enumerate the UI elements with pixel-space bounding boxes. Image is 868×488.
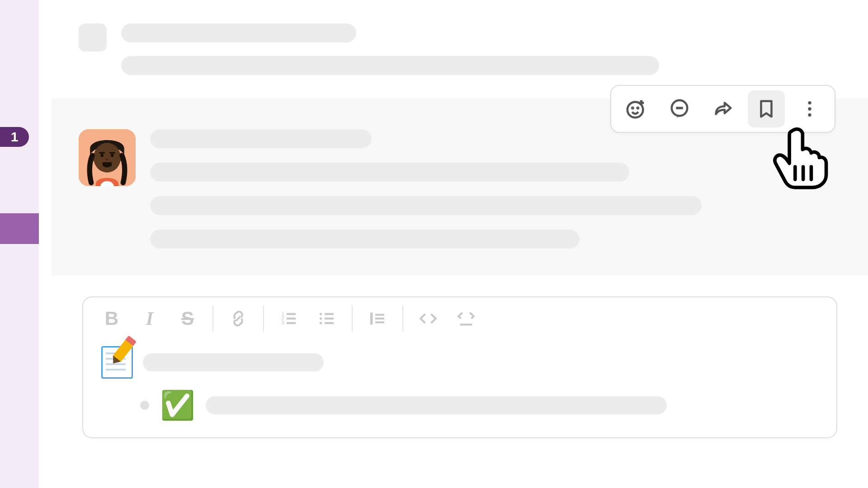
composer-bullet-line: ✅ [101,391,818,419]
svg-point-6 [808,113,811,117]
app-root: 1 [0,0,868,488]
main-content: B I S 123 [52,0,868,488]
sidebar-gap [39,0,52,488]
more-vertical-icon [799,99,820,119]
unread-count: 1 [11,129,19,145]
bullet-list-icon [318,310,336,328]
svg-point-8 [94,143,121,173]
code-block-button[interactable] [449,305,483,332]
code-button[interactable] [411,305,445,332]
bookmark-button[interactable] [748,90,785,127]
bullet-list-button[interactable] [310,305,344,332]
svg-point-11 [100,154,104,157]
italic-button[interactable]: I [133,305,166,332]
bold-button[interactable]: B [95,305,128,332]
message-body [121,23,659,75]
emoji-add-icon [626,99,646,119]
code-block-icon [457,310,475,328]
svg-point-4 [808,101,811,104]
link-icon [229,310,247,328]
formatting-toolbar: B I S 123 [83,297,836,337]
text-placeholder [121,23,356,42]
toolbar-separator [263,305,264,332]
svg-point-19 [320,317,322,319]
text-placeholder [150,230,580,249]
message-item [52,0,868,99]
ordered-list-button[interactable]: 123 [272,305,306,332]
workspace-rail: 1 [0,0,39,488]
message-body [150,129,702,249]
text-placeholder [206,396,667,414]
message-item-hovered [52,99,868,276]
avatar-image [79,129,136,186]
svg-rect-14 [109,152,115,154]
svg-point-20 [320,322,322,324]
workspace-switcher[interactable] [0,213,39,244]
text-placeholder [121,56,659,75]
composer-line [101,346,818,379]
svg-point-5 [808,107,811,110]
svg-point-12 [111,154,114,157]
text-placeholder [150,163,629,182]
link-button[interactable] [222,305,255,332]
svg-point-2 [637,108,638,108]
toolbar-separator [402,305,403,332]
speech-bubble-icon [669,99,690,119]
svg-point-1 [632,108,633,108]
bookmark-icon [756,99,777,119]
svg-point-18 [320,313,322,315]
text-placeholder [150,129,372,148]
strikethrough-button[interactable]: S [171,305,204,332]
svg-text:3: 3 [281,319,284,325]
composer-body[interactable]: ✅ [83,337,836,437]
message-composer[interactable]: B I S 123 [82,296,837,438]
reply-thread-button[interactable] [661,90,698,127]
share-button[interactable] [704,90,741,127]
blockquote-icon [368,310,387,328]
code-icon [419,310,437,328]
message-row [52,129,868,249]
share-arrow-icon [712,99,733,119]
memo-emoji [101,346,133,379]
toolbar-separator [352,305,353,332]
text-placeholder [143,353,324,371]
composer-container: B I S 123 [52,276,868,438]
ordered-list-icon: 123 [280,310,298,328]
blockquote-button[interactable] [361,305,394,332]
bullet-dot [140,401,149,410]
more-actions-button[interactable] [791,90,828,127]
unread-badge[interactable]: 1 [0,127,29,147]
check-emoji: ✅ [160,391,195,419]
toolbar-separator [212,305,213,332]
avatar-placeholder [79,23,107,52]
text-placeholder [150,196,702,215]
message-actions-bar [610,85,835,133]
avatar[interactable] [79,129,136,186]
svg-rect-13 [99,152,105,154]
add-reaction-button[interactable] [618,90,655,127]
